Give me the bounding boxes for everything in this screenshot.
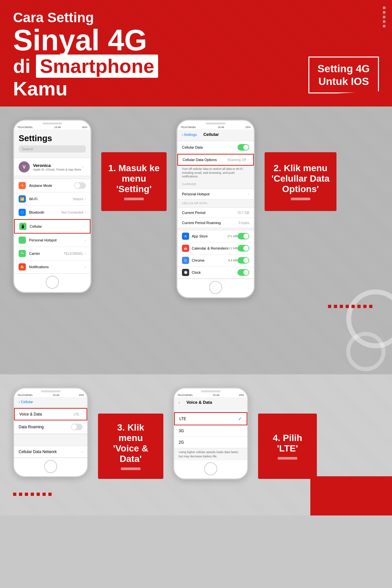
settings-row-carrier[interactable]: 📡 Carrier TELKOMSEL ›	[14, 247, 90, 260]
lte-row-lte[interactable]: LTE ✓	[174, 412, 247, 425]
clock-toggle[interactable]	[237, 269, 249, 276]
wifi-icon: 📶	[19, 195, 26, 203]
carrier-chevron: ›	[85, 251, 86, 256]
data-roaming-toggle[interactable]	[71, 424, 83, 430]
cellular-data-row[interactable]: Cellular Data	[177, 141, 254, 154]
user-info: Veronica Apple ID, iCloud, iTunes & App …	[33, 163, 81, 171]
calendar-name: Calendar & Reminders	[192, 246, 228, 250]
top-section: Cara Setting Sinyal 4G di Smartphone Kam…	[0, 0, 392, 106]
phone4-screen: ‹ Voice & Data LTE ✓ 3G 2G Using	[174, 397, 247, 460]
cellular-data-options-row[interactable]: Cellular Data Options Roaming Off ›	[177, 154, 254, 166]
cdn-chevron: ›	[81, 449, 83, 454]
settings-search[interactable]: Search	[19, 145, 86, 153]
voice-data-chevron: ›	[81, 412, 82, 416]
middle-section: TELKOMSEL 19.48 30% Settings Search V Ve…	[0, 106, 392, 374]
settings-row-notifications[interactable]: 🔔 Notifications ›	[14, 260, 90, 273]
app-row-clock[interactable]: 🕐 Clock	[177, 267, 254, 279]
bottom-dot3	[25, 493, 28, 496]
phone2-status-bar: TELKOMSEL 19.48 29%	[177, 124, 254, 129]
settings-row-hotspot[interactable]: 🔗 Personal Hotspot ›	[14, 234, 90, 247]
cellular-options-chevron: ›	[247, 157, 249, 162]
app-row-chrome[interactable]: G Chrome 8,4 MB	[177, 254, 254, 267]
phone4-time: 19.48	[213, 394, 219, 397]
current-period-roaming-row: Current Period Roaming 0 bytes	[177, 218, 254, 228]
step3-text: 3. Klik menu 'Voice & Data'	[105, 422, 157, 464]
cellular-data-network-label: Cellular Data Network	[19, 449, 80, 454]
settings-row-wifi[interactable]: 📶 Wi-Fi Visitors ›	[14, 192, 90, 206]
decorative-dots-top-right	[383, 7, 385, 27]
appstore-size: 271 MB	[227, 235, 237, 238]
title-sinyal: Sinyal 4G	[13, 25, 379, 55]
appstore-toggle[interactable]	[237, 233, 249, 239]
personal-hotspot-row[interactable]: Personal Hotspot ›	[177, 189, 254, 199]
phone3-screen: ‹ Cellular Voice & Data LTE › Data Roami…	[14, 397, 87, 458]
user-sub: Apple ID, iCloud, iTunes & App Store	[33, 168, 81, 171]
phone2-home-btn[interactable]	[209, 281, 222, 294]
step2-box: 2. Klik menu 'Celullar Data Options'	[265, 152, 336, 211]
step3-bar	[121, 467, 140, 470]
personal-hotspot-section: Personal Hotspot ›	[177, 188, 254, 200]
lte-section: LTE ✓ 3G 2G	[174, 412, 247, 448]
settings-row-airplane[interactable]: ✈ Airplane Mode	[14, 179, 90, 192]
cellular-header: ‹ Settings Cellular	[177, 129, 254, 139]
current-period-value: 70,7 GB	[237, 211, 249, 215]
cellular-back-btn[interactable]: ‹ Settings	[182, 133, 197, 137]
hotspot-label: Personal Hotspot	[29, 238, 83, 242]
phone4-home-btn[interactable]	[204, 462, 217, 475]
lte-row-3g[interactable]: 3G	[174, 425, 247, 437]
step4-text: 4. Pilih 'LTE'	[265, 433, 310, 454]
settings-header: Settings Search	[14, 129, 90, 155]
phone4-battery: 29%	[239, 394, 244, 397]
cellular-data-network-row[interactable]: Cellular Data Network ›	[14, 446, 87, 458]
cellular-label: Cellular	[30, 224, 83, 228]
white-arc2-decoration	[346, 332, 385, 371]
bottom-dot1	[13, 493, 16, 496]
user-row[interactable]: V Veronica Apple ID, iCloud, iTunes & Ap…	[14, 158, 90, 176]
phone3-home-btn[interactable]	[44, 460, 57, 473]
user-name: Veronica	[33, 163, 81, 168]
apps-section: A App Store 271 MB 📅 Calendar & Reminder…	[177, 230, 254, 279]
chrome-icon: G	[182, 257, 189, 264]
phone3-back[interactable]: ‹ Cellular	[19, 400, 83, 404]
settings-row-bluetooth[interactable]: ⬡ Bluetooth Not Connected ›	[14, 206, 90, 219]
current-period-roaming-label: Current Period Roaming	[182, 221, 239, 225]
wifi-label: Wi-Fi	[29, 197, 73, 201]
phone3-battery: 29%	[79, 394, 84, 397]
step3-box: 3. Klik menu 'Voice & Data'	[98, 414, 163, 479]
cellular-data-toggle[interactable]	[237, 144, 249, 151]
wifi-value: Visitors	[73, 197, 83, 201]
app-row-calendar[interactable]: 📅 Calendar & Reminders 3,2 MB	[177, 242, 254, 254]
red-bottom-box	[310, 476, 392, 515]
data-usage-section: Current Period 70,7 GB Current Period Ro…	[177, 207, 254, 228]
chrome-toggle[interactable]	[237, 257, 249, 264]
calendar-size: 3,2 MB	[228, 247, 237, 250]
phone1-home-btn[interactable]	[46, 276, 59, 289]
settings-row-cellular[interactable]: 📱 Cellular ›	[14, 219, 90, 234]
airplane-toggle[interactable]	[74, 182, 86, 189]
dot3	[340, 305, 343, 308]
hotspot-chevron: ›	[85, 238, 86, 242]
dot5	[351, 305, 355, 308]
bottom-dot5	[37, 493, 40, 496]
smartphone-highlight: Smartphone	[36, 55, 158, 78]
phone3-header: ‹ Cellular	[14, 397, 87, 406]
phone1-battery: 30%	[82, 126, 87, 129]
lte-desc: Using higher cellular speeds loads data …	[174, 448, 247, 460]
title-cara: Cara Setting	[13, 10, 379, 25]
bluetooth-label: Bluetooth	[29, 210, 61, 214]
phone4-carrier: TELKOMSEL	[177, 394, 193, 397]
phone4-back[interactable]: ‹	[179, 400, 180, 404]
phone1-carrier: TELKOMSEL	[17, 126, 33, 129]
calendar-toggle[interactable]	[237, 245, 249, 252]
lte-label: LTE	[179, 416, 238, 421]
app-row-appstore[interactable]: A App Store 271 MB	[177, 230, 254, 242]
voice-data-row[interactable]: Voice & Data LTE ›	[14, 408, 87, 420]
airplane-icon: ✈	[19, 182, 26, 189]
step4-bar	[278, 457, 297, 460]
3g-label: 3G	[179, 429, 243, 433]
cellular-chevron: ›	[84, 224, 85, 229]
lte-check: ✓	[238, 416, 242, 421]
data-roaming-row[interactable]: Data Roaming	[14, 420, 87, 434]
lte-row-2g[interactable]: 2G	[174, 437, 247, 448]
clock-name: Clock	[192, 270, 237, 274]
